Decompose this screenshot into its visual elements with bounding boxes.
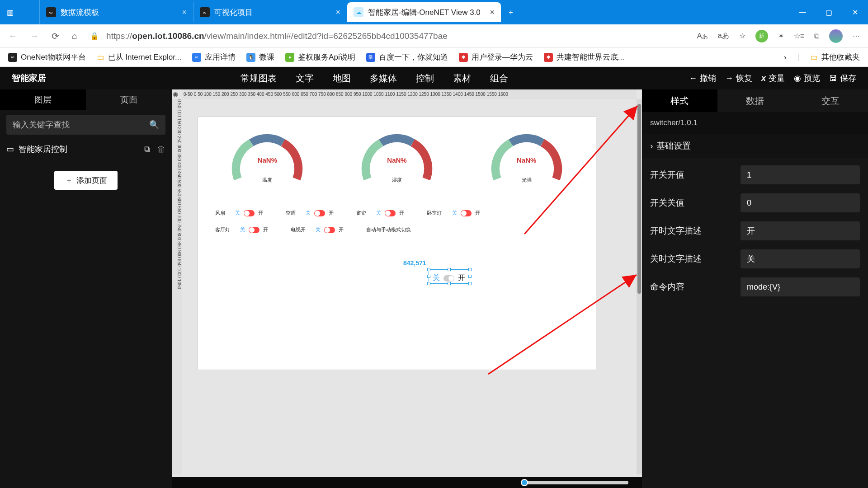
bookmark-item[interactable]: 掌百度一下，你就知道 bbox=[366, 52, 448, 62]
bookmarks-bar: ∞OneNet物联网平台 🗀已从 Internet Explor... ∞应用详… bbox=[0, 48, 868, 67]
cmd-input[interactable]: mode:{V} bbox=[741, 277, 860, 296]
tab-interaction[interactable]: 交互 bbox=[793, 89, 868, 112]
browser-tab-3[interactable]: ☁ 智能家居-编辑-OneNET View 3.0 × bbox=[347, 2, 501, 22]
tab-layers[interactable]: 图层 bbox=[0, 89, 86, 110]
close-icon[interactable]: × bbox=[182, 8, 187, 17]
save-button[interactable]: 🖫 保存 bbox=[829, 73, 856, 84]
screen-icon: ▭ bbox=[6, 144, 14, 154]
tabs-overview-icon[interactable]: ▥ bbox=[0, 0, 20, 24]
home-button[interactable]: ⌂ bbox=[72, 31, 77, 41]
coord-readout: 842,571 bbox=[403, 259, 426, 267]
reader-icon[interactable]: Aあ bbox=[697, 32, 708, 41]
url-field[interactable]: 🔒 https://open.iot.10086.cn/view/main/in… bbox=[90, 31, 684, 41]
more-icon[interactable]: ⋯ bbox=[853, 32, 860, 40]
back-button[interactable]: ← bbox=[8, 31, 17, 41]
extension-badge[interactable]: 新 bbox=[755, 30, 768, 42]
component-menu: 常规图表 文字 地图 多媒体 控制 素材 组合 bbox=[241, 72, 508, 84]
bookmark-folder[interactable]: 🗀已从 Internet Explor... bbox=[97, 52, 182, 62]
browser-tab-1[interactable]: ∞ 数据流模板 × bbox=[40, 2, 193, 22]
component-id: switcher/1.0.1 bbox=[642, 112, 868, 134]
gauge-caption: 温度 bbox=[262, 177, 272, 183]
close-icon[interactable]: × bbox=[490, 8, 495, 17]
visibility-icon[interactable]: ◉ bbox=[173, 90, 178, 98]
switch-mode[interactable]: 自动与手动模式切换 bbox=[366, 226, 411, 233]
app-top-bar: 智能家居 常规图表 文字 地图 多媒体 控制 素材 组合 ← 撤销 → 恢复 x… bbox=[0, 67, 868, 89]
window-controls: — ▢ ✕ bbox=[789, 0, 868, 24]
gauge-temperature[interactable]: NaN% 温度 bbox=[226, 125, 308, 183]
tab-style[interactable]: 样式 bbox=[642, 89, 717, 112]
folder-icon: 🗀 bbox=[810, 53, 818, 62]
maximize-button[interactable]: ▢ bbox=[816, 0, 842, 24]
refresh-button[interactable]: ⟳ bbox=[52, 31, 59, 42]
close-icon[interactable]: × bbox=[335, 8, 340, 17]
menu-text[interactable]: 文字 bbox=[296, 72, 314, 84]
gauge-value: NaN% bbox=[258, 156, 277, 164]
tab-data[interactable]: 数据 bbox=[717, 89, 793, 112]
bookmark-item[interactable]: 🐧微课 bbox=[246, 52, 274, 62]
undo-button[interactable]: ← 撤销 bbox=[689, 73, 716, 84]
infinity-icon: ∞ bbox=[200, 7, 210, 17]
on-value-input[interactable]: 1 bbox=[741, 165, 860, 184]
extensions-icon[interactable]: ✶ bbox=[778, 32, 784, 40]
browser-titlebar: ▥ ∞ 数据流模板 × ∞ 可视化项目 × ☁ 智能家居-编辑-OneNET V… bbox=[0, 0, 868, 24]
bookmark-item[interactable]: ∞OneNet物联网平台 bbox=[8, 52, 86, 62]
close-window-button[interactable]: ✕ bbox=[842, 0, 868, 24]
tab-title: 可视化项目 bbox=[214, 7, 253, 18]
add-page-button[interactable]: ＋ 添加页面 bbox=[54, 171, 118, 190]
switch-curtain[interactable]: 窗帘 关开 bbox=[356, 210, 404, 216]
layer-search-input[interactable]: 输入关键字查找 🔍 bbox=[6, 115, 165, 135]
switch-living-light[interactable]: 客厅灯 关开 bbox=[215, 226, 268, 233]
switch-fan[interactable]: 风扇 关开 bbox=[215, 210, 263, 216]
bookmark-item[interactable]: ✱用户登录—华为云 bbox=[459, 52, 533, 62]
switch-ac[interactable]: 空调 关开 bbox=[286, 210, 334, 216]
gauge-light[interactable]: NaN% 光强 bbox=[486, 125, 567, 183]
bookmark-item[interactable]: ∞应用详情 bbox=[192, 52, 236, 62]
menu-asset[interactable]: 素材 bbox=[453, 72, 471, 84]
workspace: 图层 页面 输入关键字查找 🔍 ▭ 智能家居控制 ⧉ 🗑 ＋ 添加页面 ◉ 0-… bbox=[0, 89, 868, 488]
other-bookmarks[interactable]: 🗀其他收藏夹 bbox=[810, 52, 860, 62]
menu-chart[interactable]: 常规图表 bbox=[241, 72, 277, 84]
section-basic[interactable]: ›基础设置 bbox=[642, 134, 868, 158]
redo-button[interactable]: → 恢复 bbox=[725, 73, 752, 84]
copy-icon[interactable]: ⧉ bbox=[144, 145, 150, 154]
menu-group[interactable]: 组合 bbox=[490, 72, 508, 84]
new-tab-button[interactable]: ＋ bbox=[501, 0, 521, 24]
layer-label: 智能家居控制 bbox=[19, 144, 67, 155]
search-placeholder: 输入关键字查找 bbox=[13, 119, 70, 130]
ruler-vertical: 0 50 100 150 200 250 300 350 400 450 500… bbox=[172, 99, 182, 474]
on-text-input[interactable]: 开 bbox=[741, 221, 860, 240]
tab-divider bbox=[20, 0, 40, 24]
preview-button[interactable]: ◉ 预览 bbox=[794, 73, 820, 84]
bookmark-overflow-icon[interactable]: › bbox=[784, 53, 787, 62]
bookmark-item[interactable]: ●鉴权服务Api说明 bbox=[285, 52, 355, 62]
layer-item[interactable]: ▭ 智能家居控制 ⧉ 🗑 bbox=[6, 139, 165, 159]
zoom-slider[interactable] bbox=[172, 477, 642, 488]
prop-label: 开关开值 bbox=[650, 169, 741, 181]
forward-button[interactable]: → bbox=[30, 31, 39, 41]
variables-button[interactable]: x 变量 bbox=[761, 73, 785, 84]
off-text-input[interactable]: 关 bbox=[741, 249, 860, 268]
menu-map[interactable]: 地图 bbox=[333, 72, 351, 84]
switch-tv[interactable]: 电视开 关开 bbox=[291, 226, 344, 233]
selection-box[interactable]: 关开 bbox=[429, 269, 470, 284]
delete-icon[interactable]: 🗑 bbox=[157, 145, 165, 154]
favorites-bar-icon[interactable]: ☆≡ bbox=[794, 32, 804, 40]
off-value-input[interactable]: 0 bbox=[741, 193, 860, 212]
favorite-icon[interactable]: ☆ bbox=[739, 32, 745, 40]
browser-tab-2[interactable]: ∞ 可视化项目 × bbox=[193, 2, 347, 22]
menu-media[interactable]: 多媒体 bbox=[370, 72, 397, 84]
project-title: 智能家居 bbox=[12, 72, 46, 84]
switch-bedroom-light[interactable]: 卧室灯 关开 bbox=[427, 210, 480, 216]
bookmark-item[interactable]: ✱共建智能世界云底... bbox=[544, 52, 624, 62]
design-stage[interactable]: NaN% 温度 NaN% 湿度 NaN% 光强 风扇 关开 空调 关开 窗帘 关… bbox=[198, 117, 596, 370]
tab-pages[interactable]: 页面 bbox=[86, 89, 172, 110]
minimize-button[interactable]: — bbox=[789, 0, 816, 24]
profile-avatar[interactable] bbox=[829, 29, 843, 43]
translate-icon[interactable]: aあ bbox=[718, 31, 729, 41]
collections-icon[interactable]: ⧉ bbox=[814, 32, 819, 40]
vertical-scrollbar[interactable] bbox=[637, 99, 642, 474]
canvas[interactable]: ◉ 0-50 0 50 100 150 200 250 300 350 400 … bbox=[172, 89, 642, 488]
menu-control[interactable]: 控制 bbox=[416, 72, 434, 84]
gauge-humidity[interactable]: NaN% 湿度 bbox=[356, 125, 438, 183]
lock-icon: 🔒 bbox=[90, 32, 99, 40]
